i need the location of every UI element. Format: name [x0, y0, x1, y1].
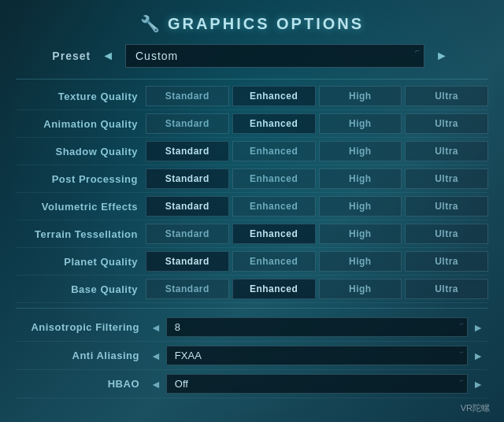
title-row: 🔧 Graphics Options [140, 14, 364, 33]
quality-option-btn[interactable]: Enhanced [232, 86, 316, 106]
separator-top [16, 79, 488, 80]
quality-options: StandardEnhancedHighUltra [146, 196, 488, 217]
quality-option-btn[interactable]: High [319, 224, 402, 244]
spinner-right-arrow[interactable]: ► [468, 321, 488, 334]
quality-row: Volumetric EffectsStandardEnhancedHighUl… [16, 193, 488, 220]
spinner-value: FXAA [166, 346, 468, 365]
quality-row: Animation QualityStandardEnhancedHighUlt… [16, 110, 488, 138]
quality-option-btn[interactable]: Enhanced [232, 196, 316, 217]
quality-options: StandardEnhancedHighUltra [146, 224, 488, 244]
spinner-value: Off [166, 374, 468, 394]
quality-grid: Texture QualityStandardEnhancedHighUltra… [16, 83, 488, 303]
quality-row: Planet QualityStandardEnhancedHighUltra [16, 248, 488, 276]
quality-option-btn[interactable]: Enhanced [232, 113, 316, 134]
quality-row: Shadow QualityStandardEnhancedHighUltra [16, 138, 488, 165]
preset-label: Preset [51, 50, 91, 62]
quality-option-btn[interactable]: Ultra [405, 224, 488, 244]
spinner-label: HBAO [16, 378, 146, 390]
spinner-label: Anti Aliasing [16, 350, 146, 361]
spinner-left-arrow[interactable]: ◄ [146, 378, 166, 391]
quality-option-btn[interactable]: Standard [146, 279, 229, 299]
graphics-options-container: 🔧 Graphics Options Preset ◄ Custom ► Tex… [0, 0, 504, 422]
quality-option-btn[interactable]: High [319, 86, 402, 106]
spinner-left-arrow[interactable]: ◄ [146, 321, 166, 334]
quality-option-btn[interactable]: High [319, 141, 402, 161]
quality-option-btn[interactable]: Standard [146, 168, 229, 189]
spinner-section: Anisotropic Filtering◄8►Anti Aliasing◄FX… [16, 308, 488, 398]
quality-row-label: Planet Quality [16, 256, 146, 268]
quality-option-btn[interactable]: Standard [146, 251, 229, 272]
quality-option-btn[interactable]: Enhanced [232, 141, 316, 161]
quality-option-btn[interactable]: High [319, 168, 402, 189]
quality-row: Terrain TessellationStandardEnhancedHigh… [16, 220, 488, 248]
quality-option-btn[interactable]: Ultra [405, 168, 488, 189]
quality-row-label: Animation Quality [16, 118, 146, 130]
spinner-label: Anisotropic Filtering [16, 321, 146, 333]
spinner-row: Anti Aliasing◄FXAA► [16, 342, 488, 370]
quality-row: Post ProcessingStandardEnhancedHighUltra [16, 165, 488, 193]
quality-row-label: Volumetric Effects [16, 201, 146, 213]
quality-row-label: Post Processing [16, 173, 146, 185]
preset-left-arrow[interactable]: ◄ [97, 47, 119, 65]
preset-row: Preset ◄ Custom ► [16, 44, 488, 68]
quality-option-btn[interactable]: High [319, 113, 402, 134]
spinner-right-arrow[interactable]: ► [468, 350, 488, 362]
quality-option-btn[interactable]: Ultra [405, 86, 488, 106]
quality-option-btn[interactable]: Ultra [405, 196, 488, 217]
quality-options: StandardEnhancedHighUltra [146, 113, 488, 134]
page-title: Graphics Options [168, 15, 364, 33]
quality-option-btn[interactable]: Enhanced [232, 224, 316, 244]
quality-option-btn[interactable]: Standard [146, 224, 229, 244]
quality-options: StandardEnhancedHighUltra [146, 279, 488, 299]
spinner-row: HBAO◄Off► [16, 370, 488, 398]
quality-option-btn[interactable]: Ultra [405, 141, 488, 161]
quality-options: StandardEnhancedHighUltra [146, 141, 488, 161]
quality-row-label: Texture Quality [16, 91, 146, 102]
spinner-value: 8 [166, 317, 468, 337]
quality-row: Base QualityStandardEnhancedHighUltra [16, 276, 488, 303]
quality-row: Texture QualityStandardEnhancedHighUltra [16, 83, 488, 110]
wrench-icon: 🔧 [140, 14, 160, 33]
quality-option-btn[interactable]: High [319, 251, 402, 272]
quality-option-btn[interactable]: Ultra [405, 279, 488, 299]
quality-row-label: Base Quality [16, 283, 146, 295]
watermark: VR陀螺 [461, 402, 490, 414]
quality-option-btn[interactable]: Standard [146, 141, 229, 161]
quality-option-btn[interactable]: High [319, 279, 402, 299]
quality-option-btn[interactable]: Standard [146, 86, 229, 106]
quality-row-label: Shadow Quality [16, 146, 146, 157]
quality-option-btn[interactable]: Ultra [405, 113, 488, 134]
quality-options: StandardEnhancedHighUltra [146, 168, 488, 189]
quality-option-btn[interactable]: Standard [146, 113, 229, 134]
quality-option-btn[interactable]: Ultra [405, 251, 488, 272]
spinner-right-arrow[interactable]: ► [468, 378, 488, 391]
quality-option-btn[interactable]: High [319, 196, 402, 217]
spinner-left-arrow[interactable]: ◄ [146, 350, 166, 362]
quality-option-btn[interactable]: Standard [146, 196, 229, 217]
spinner-row: Anisotropic Filtering◄8► [16, 313, 488, 342]
quality-row-label: Terrain Tessellation [16, 228, 146, 240]
quality-options: StandardEnhancedHighUltra [146, 251, 488, 272]
preset-right-arrow[interactable]: ► [431, 47, 453, 65]
quality-option-btn[interactable]: Enhanced [232, 251, 316, 272]
quality-option-btn[interactable]: Enhanced [232, 279, 316, 299]
quality-option-btn[interactable]: Enhanced [232, 168, 316, 189]
quality-options: StandardEnhancedHighUltra [146, 86, 488, 106]
preset-value: Custom [125, 44, 424, 68]
